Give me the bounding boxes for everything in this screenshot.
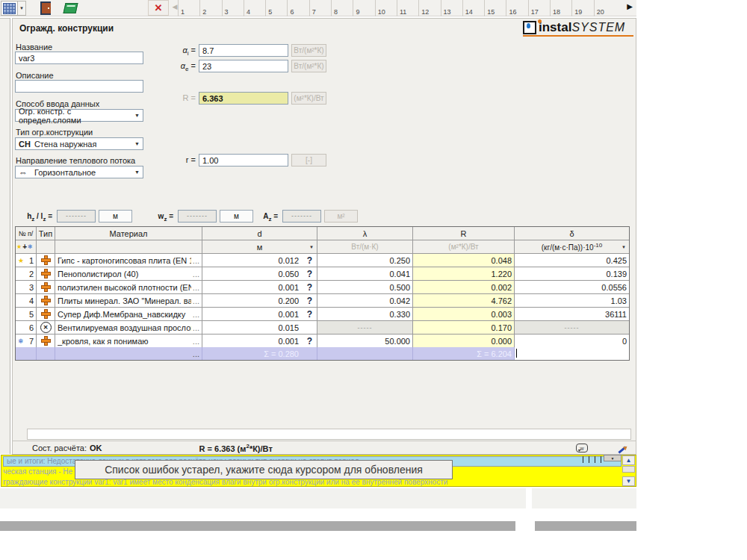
- material-cell[interactable]: Плиты минерал. ЗАО "Минерал. вата" (25) …: [55, 294, 202, 307]
- scroll-down-button[interactable]: ▼: [622, 476, 635, 486]
- lambda-cell[interactable]: 0.042: [317, 294, 413, 307]
- ellipsis-button[interactable]: ...: [193, 296, 199, 305]
- page-tab[interactable]: 7: [309, 0, 331, 16]
- next-tab-button[interactable]: ▶: [624, 1, 635, 11]
- lambda-cell[interactable]: 0.330: [317, 308, 413, 320]
- row-index-cell[interactable]: 4: [16, 294, 37, 307]
- row-type-cell[interactable]: [37, 254, 55, 267]
- d-cell[interactable]: 0.012?: [202, 254, 317, 267]
- delta-cell[interactable]: 0.0556: [515, 281, 629, 293]
- ellipsis-button[interactable]: ...: [193, 337, 199, 346]
- page-tab[interactable]: 5: [265, 0, 287, 16]
- delta-cell[interactable]: 1.03: [515, 294, 629, 307]
- table-row[interactable]: ❄7_кровля, как я понимаю...0.001?50.0000…: [16, 335, 629, 347]
- page-tab[interactable]: 13: [441, 0, 462, 16]
- edit-button[interactable]: [618, 444, 627, 452]
- ellipsis-button[interactable]: ...: [193, 349, 199, 358]
- r-cell[interactable]: 0.000: [413, 335, 515, 347]
- table-row[interactable]: 5Супер Диф.Мембрана_навскидку...0.001?0.…: [16, 308, 629, 321]
- material-cell[interactable]: Супер Диф.Мембрана_навскидку...: [55, 308, 202, 320]
- page-tab[interactable]: 2: [199, 0, 221, 16]
- d-cell[interactable]: 0.001?: [202, 335, 317, 347]
- row-type-cell[interactable]: [37, 321, 55, 334]
- table-row[interactable]: 6Вентилируемая воздушная прослойка...0.0…: [16, 321, 629, 335]
- column-header-type[interactable]: Тип: [37, 227, 55, 240]
- page-tab[interactable]: 3: [222, 0, 244, 16]
- delta-cell[interactable]: 0: [515, 335, 629, 347]
- heat-flow-select[interactable]: ⇔ Горизонтальное ▼: [15, 166, 143, 178]
- r-cell[interactable]: 0.048: [413, 254, 515, 267]
- ellipsis-button[interactable]: ...: [193, 310, 199, 319]
- d-cell[interactable]: 0.001?: [202, 281, 317, 293]
- table-view-button[interactable]: [1, 1, 18, 16]
- page-tab[interactable]: 6: [287, 0, 309, 16]
- delta-cell[interactable]: 36111: [515, 308, 629, 320]
- page-tab[interactable]: 10: [375, 0, 397, 16]
- row-type-cell[interactable]: [37, 335, 55, 347]
- hz-unit-button[interactable]: м: [99, 210, 132, 223]
- column-header-R[interactable]: R: [413, 227, 515, 240]
- r-cell[interactable]: 0.003: [413, 308, 515, 320]
- page-tab[interactable]: 15: [484, 0, 506, 16]
- scrollbar-thumb[interactable]: [622, 466, 635, 473]
- help-question-icon[interactable]: ?: [307, 296, 312, 306]
- ellipsis-button[interactable]: ...: [193, 270, 199, 279]
- material-cell[interactable]: Вентилируемая воздушная прослойка...: [55, 321, 202, 334]
- lambda-cell[interactable]: 0.041: [317, 267, 413, 280]
- name-input[interactable]: [15, 52, 143, 64]
- page-tab[interactable]: 14: [462, 0, 484, 16]
- help-question-icon[interactable]: ?: [307, 282, 312, 293]
- table-row[interactable]: 2Пенополистирол (40)...0.050?0.0411.2200…: [16, 267, 629, 281]
- error-panel-dropdown[interactable]: ▼: [604, 455, 622, 461]
- page-tab[interactable]: 11: [397, 0, 418, 16]
- table-view-dropdown[interactable]: ▼: [18, 1, 26, 16]
- page-tab[interactable]: 19: [571, 0, 593, 16]
- delta-edit-cell[interactable]: [515, 347, 629, 360]
- material-cell[interactable]: полиэтилен высокой плотности (EN 125....…: [55, 281, 202, 293]
- delete-button[interactable]: ✕: [148, 0, 169, 16]
- delta-cell[interactable]: 0.425: [515, 254, 629, 267]
- comment-button[interactable]: w: [576, 443, 588, 453]
- page-tab[interactable]: 17: [528, 0, 550, 16]
- material-cell[interactable]: Гипс - картоногипсовая плита (EN 12524).…: [55, 254, 202, 267]
- lambda-cell[interactable]: 50.000: [317, 335, 413, 347]
- page-tab[interactable]: 9: [353, 0, 374, 16]
- help-question-icon[interactable]: ?: [307, 269, 312, 279]
- page-tab[interactable]: 20: [594, 0, 616, 16]
- row-index-cell[interactable]: ★1: [16, 254, 37, 267]
- chevron-down-icon[interactable]: ▼: [309, 245, 314, 249]
- lambda-cell[interactable]: 0.250: [317, 254, 413, 267]
- lambda-cell[interactable]: -----: [317, 321, 413, 334]
- row-index-cell[interactable]: 3: [16, 281, 37, 293]
- row-index-cell[interactable]: ❄7: [16, 335, 37, 347]
- page-tab[interactable]: 8: [331, 0, 353, 16]
- r-cell[interactable]: 0.170: [413, 321, 515, 334]
- d-cell[interactable]: 0.050?: [202, 267, 317, 280]
- table-row[interactable]: 3полиэтилен высокой плотности (EN 125...…: [16, 281, 629, 294]
- row-type-cell[interactable]: [37, 281, 55, 293]
- delta-unit-cell[interactable]: (кг/(м·с·Па))·10-10 ▼: [515, 240, 629, 253]
- table-row[interactable]: ★1Гипс - картоногипсовая плита (EN 12524…: [16, 254, 629, 267]
- row-type-cell[interactable]: [37, 267, 55, 280]
- error-refresh-tooltip[interactable]: Список ошибок устарел, укажите сюда курс…: [75, 460, 453, 479]
- row-type-cell[interactable]: [37, 294, 55, 307]
- r-cell[interactable]: 0.002: [413, 281, 515, 293]
- material-cell[interactable]: _кровля, как я понимаю...: [55, 335, 202, 347]
- column-header-material[interactable]: Материал: [55, 227, 202, 240]
- delta-cell[interactable]: 0.139: [515, 267, 629, 280]
- column-header-delta[interactable]: δ: [515, 227, 629, 240]
- page-tab[interactable]: 12: [418, 0, 440, 16]
- r-coefficient-input[interactable]: [199, 154, 288, 167]
- wz-unit-button[interactable]: м: [220, 210, 253, 223]
- chevron-down-icon[interactable]: ▼: [622, 245, 626, 249]
- column-header-d[interactable]: d: [202, 227, 317, 240]
- description-input[interactable]: [15, 80, 143, 93]
- r-cell[interactable]: 1.220: [413, 267, 515, 280]
- r-cell[interactable]: 4.762: [413, 294, 515, 307]
- ellipsis-button[interactable]: ...: [193, 256, 199, 265]
- page-tab[interactable]: 1: [178, 0, 199, 16]
- d-cell[interactable]: 0.015: [202, 321, 317, 334]
- construction-type-select[interactable]: СН Стена наружная ▼: [15, 137, 143, 150]
- alpha-e-input[interactable]: [199, 60, 288, 72]
- scroll-up-button[interactable]: ▲: [622, 455, 635, 465]
